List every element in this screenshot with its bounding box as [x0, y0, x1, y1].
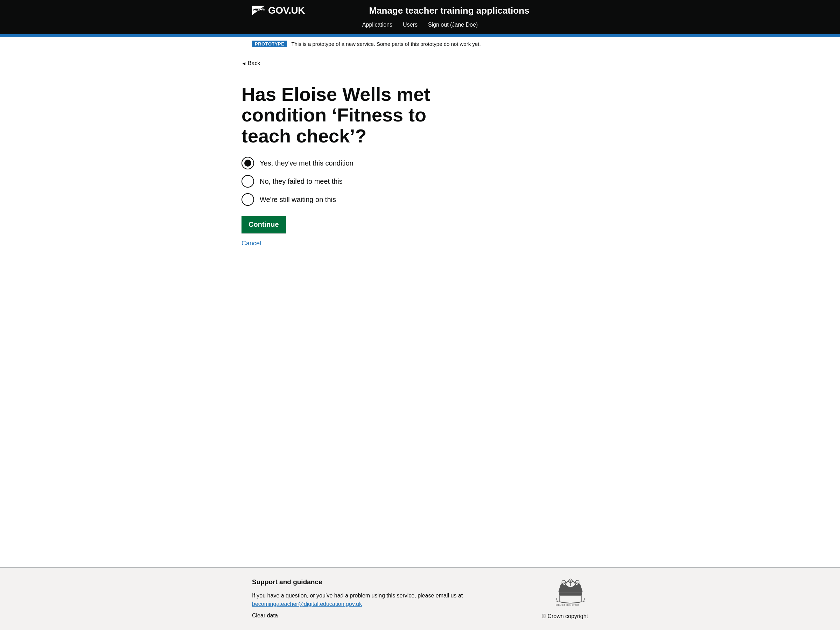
back-link[interactable]: ◄ Back: [242, 60, 260, 66]
header-title: Manage teacher training applications: [311, 5, 588, 16]
radio-group: Yes, they've met this condition No, they…: [242, 157, 598, 206]
page-heading: Has Eloise Wells met condition ‘Fitness …: [242, 84, 452, 146]
condition-form: Yes, they've met this condition No, they…: [242, 157, 598, 247]
radio-no[interactable]: [242, 175, 254, 188]
radio-item-waiting[interactable]: We're still waiting on this: [242, 193, 598, 206]
radio-yes[interactable]: [242, 157, 254, 169]
footer-email-link[interactable]: becomingateacher@digital.education.gov.u…: [252, 601, 362, 607]
svg-rect-1: [559, 592, 582, 595]
clear-data-link[interactable]: Clear data: [252, 613, 542, 619]
back-arrow-icon: ◄: [242, 60, 246, 66]
radio-item-no[interactable]: No, they failed to meet this: [242, 175, 598, 188]
radio-item-yes[interactable]: Yes, they've met this condition: [242, 157, 598, 169]
footer-right: DIEU ET MON DROIT © Crown copyright: [542, 578, 588, 619]
prototype-text: This is a prototype of a new service. So…: [291, 41, 480, 47]
radio-waiting-label: We're still waiting on this: [260, 196, 336, 204]
copyright-text: © Crown copyright: [542, 613, 588, 619]
blue-bar: [0, 34, 840, 37]
site-footer: Support and guidance If you have a quest…: [0, 567, 840, 630]
gov-uk-text: GOV.UK: [268, 5, 305, 16]
footer-support-heading: Support and guidance: [252, 578, 542, 586]
site-header: GOV.UK Manage teacher training applicati…: [0, 0, 840, 34]
footer-left: Support and guidance If you have a quest…: [252, 578, 542, 619]
crown-icon: [252, 5, 265, 16]
radio-yes-label: Yes, they've met this condition: [260, 159, 354, 167]
footer-support-body: If you have a question, or you’ve had a …: [252, 592, 463, 598]
main-content: ◄ Back Has Eloise Wells met condition ‘F…: [227, 51, 613, 567]
radio-no-label: No, they failed to meet this: [260, 177, 343, 185]
nav-sign-out[interactable]: Sign out (Jane Doe): [428, 22, 478, 28]
footer-support-text: If you have a question, or you’ve had a …: [252, 592, 542, 608]
prototype-badge: PROTOTYPE: [252, 41, 287, 47]
continue-button[interactable]: Continue: [242, 216, 286, 233]
gov-uk-logo[interactable]: GOV.UK: [252, 5, 305, 16]
main-nav: Applications Users Sign out (Jane Doe): [252, 19, 588, 29]
nav-users[interactable]: Users: [403, 22, 418, 28]
svg-text:DIEU ET MON DROIT: DIEU ET MON DROIT: [556, 604, 579, 606]
cancel-link[interactable]: Cancel: [242, 240, 598, 247]
radio-waiting[interactable]: [242, 193, 254, 206]
prototype-banner: PROTOTYPE This is a prototype of a new s…: [0, 37, 840, 51]
nav-applications[interactable]: Applications: [362, 22, 392, 28]
back-link-text: Back: [248, 60, 261, 66]
crown-crest-icon: DIEU ET MON DROIT: [553, 578, 588, 610]
